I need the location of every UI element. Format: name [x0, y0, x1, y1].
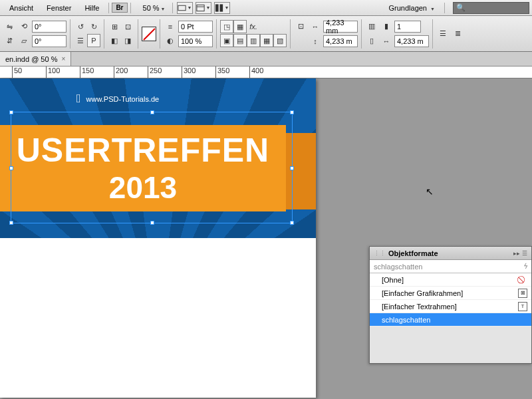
gutter-field[interactable]: 4,233 m: [394, 35, 429, 47]
gutter-icon: ▯: [365, 35, 378, 48]
zoom-level[interactable]: 50 %▼: [139, 3, 170, 13]
text-frame-icon: T: [518, 302, 527, 311]
prev-obj-icon[interactable]: ◧: [108, 34, 121, 47]
wrap-column-icon[interactable]: ▧: [273, 34, 287, 47]
svg-rect-4: [219, 4, 223, 11]
rotate-cw-icon[interactable]: ↻: [87, 20, 100, 33]
width-icon: ↔: [309, 20, 322, 33]
height-field[interactable]: 4,233 m: [323, 35, 358, 47]
span-icon[interactable]: ≣: [451, 27, 464, 41]
next-obj-icon[interactable]: ◨: [121, 34, 134, 47]
rotation-field[interactable]: 0°: [32, 21, 66, 33]
menu-ansicht[interactable]: Ansicht: [3, 2, 40, 14]
panel-header[interactable]: ⋮⋮ Objektformate ▸▸ ☰: [370, 247, 531, 260]
stroke-weight-icon: ≡: [164, 20, 177, 33]
object-style-label: schlagschatten: [382, 316, 430, 324]
opacity-field[interactable]: 100 %: [178, 35, 213, 47]
menu-hilfe[interactable]: Hilfe: [78, 2, 106, 14]
align-icon[interactable]: ☰: [74, 34, 87, 47]
crop-icon: ⊡: [294, 20, 307, 33]
search-input[interactable]: 🔍: [453, 2, 529, 14]
clear-override-icon[interactable]: ϟ: [523, 262, 527, 271]
workspace-switcher[interactable]: Grundlagen ▼: [382, 2, 442, 14]
canvas[interactable]: 𓆤 www.PSD-Tutorials.de USERTREFFEN 2013: [0, 78, 342, 399]
object-style-label: [Einfacher Textrahmen]: [382, 303, 457, 311]
fx-icon[interactable]: fx.: [247, 20, 260, 33]
height-icon: ↕: [309, 35, 322, 48]
rotate-ccw-icon[interactable]: ↺: [74, 20, 87, 33]
stroke-weight-field[interactable]: 0 Pt: [178, 21, 213, 33]
flip-h-icon[interactable]: ⇋: [3, 20, 16, 33]
ruler-tick: 150: [80, 66, 94, 78]
ruler-tick: 400: [249, 66, 263, 78]
wrap-jump-icon[interactable]: ▦: [260, 34, 273, 47]
columns-icon: ▥: [365, 20, 378, 33]
menu-fenster[interactable]: Fenster: [40, 2, 78, 14]
fill-stroke-icon[interactable]: [142, 27, 156, 41]
page: 𓆤 www.PSD-Tutorials.de USERTREFFEN 2013: [0, 78, 316, 398]
screen-mode-icon[interactable]: ▼: [196, 2, 211, 14]
graphic-frame-icon: ⊠: [518, 289, 527, 298]
panel-empty: [370, 327, 531, 363]
object-style-row[interactable]: [Ohne]⃠: [370, 273, 531, 287]
object-style-row[interactable]: schlagschatten: [370, 313, 531, 327]
ruler-tick: 50: [12, 66, 22, 78]
logo-row: 𓆤 www.PSD-Tutorials.de: [76, 92, 159, 106]
ruler-tick: 250: [148, 66, 162, 78]
shear-field[interactable]: 0°: [32, 35, 66, 47]
wrap-bounding-icon[interactable]: ▤: [233, 34, 247, 47]
opacity-icon: ◐: [164, 35, 177, 48]
view-mode-icon[interactable]: ▼: [177, 2, 193, 14]
panel-title: Objektformate: [388, 249, 438, 257]
panel-filter[interactable]: schlagschatten ϟ: [370, 260, 531, 273]
balance-icon[interactable]: ☰: [436, 27, 450, 41]
rotate-icon: ⟲: [17, 20, 31, 33]
wrap-none-icon[interactable]: ▣: [220, 34, 233, 47]
object-style-row[interactable]: [Einfacher Grafikrahmen]⊠: [370, 287, 531, 300]
select-container-icon[interactable]: ⊡: [121, 20, 134, 33]
close-icon[interactable]: ×: [61, 55, 65, 63]
columns-field[interactable]: 1: [394, 21, 421, 33]
ruler-tick: 300: [182, 66, 196, 78]
svg-rect-3: [215, 4, 218, 11]
url-text: www.PSD-Tutorials.de: [86, 95, 160, 103]
document-tabbar: en.indd @ 50 % ×: [0, 52, 532, 66]
flip-v-icon[interactable]: ⇵: [3, 34, 16, 47]
svg-rect-1: [196, 5, 203, 11]
panel-list: [Ohne]⃠[Einfacher Grafikrahmen]⊠[Einfach…: [370, 273, 531, 327]
menubar: Ansicht Fenster Hilfe Br 50 %▼ ▼ ▼ ▼ Gru…: [0, 0, 532, 16]
col-count-icon: ▮: [380, 20, 393, 33]
document-tab-label: en.indd @ 50 %: [5, 55, 57, 63]
corner-icon[interactable]: ◳: [220, 20, 233, 33]
search-icon: 🔍: [456, 3, 466, 12]
ruler-tick: 100: [46, 66, 60, 78]
grip-icon: ⋮⋮: [374, 250, 386, 257]
ruler-horizontal: 50100150200250300350400: [0, 66, 532, 78]
select-content-icon[interactable]: ⊞: [108, 20, 121, 33]
panel-filter-text: schlagschatten: [374, 263, 422, 271]
gutter-w-icon: ↔: [380, 35, 393, 48]
ruler-tick: 350: [215, 66, 229, 78]
effects-icon[interactable]: ▦: [233, 20, 247, 33]
wrap-shape-icon[interactable]: ▥: [247, 34, 260, 47]
arrange-icon[interactable]: ▼: [214, 2, 230, 14]
panel-collapse-icon[interactable]: ▸▸ ☰: [513, 250, 527, 257]
none-icon: ⃠: [518, 275, 527, 285]
width-field[interactable]: 4,233 mm: [323, 21, 358, 33]
butterfly-icon: 𓆤: [76, 92, 81, 106]
selection-frame[interactable]: [11, 112, 293, 223]
object-styles-panel[interactable]: ⋮⋮ Objektformate ▸▸ ☰ schlagschatten ϟ […: [369, 246, 532, 364]
shear-icon: ▱: [17, 35, 31, 48]
object-style-row[interactable]: [Einfacher Textrahmen]T: [370, 300, 531, 313]
object-style-label: [Ohne]: [382, 276, 404, 284]
text-frame-icon[interactable]: P: [87, 34, 100, 47]
object-style-label: [Einfacher Grafikrahmen]: [382, 289, 463, 297]
ruler-tick: 200: [114, 66, 128, 78]
document-tab[interactable]: en.indd @ 50 % ×: [0, 52, 71, 66]
svg-rect-0: [178, 5, 185, 10]
bridge-button[interactable]: Br: [112, 3, 127, 13]
control-toolbar: ⇋ ⇵ ⟲0° ▱0° ↺↻ ☰P ⊞⊡ ◧◨ ≡0 Pt ◐100 % ◳▦f…: [0, 16, 532, 52]
